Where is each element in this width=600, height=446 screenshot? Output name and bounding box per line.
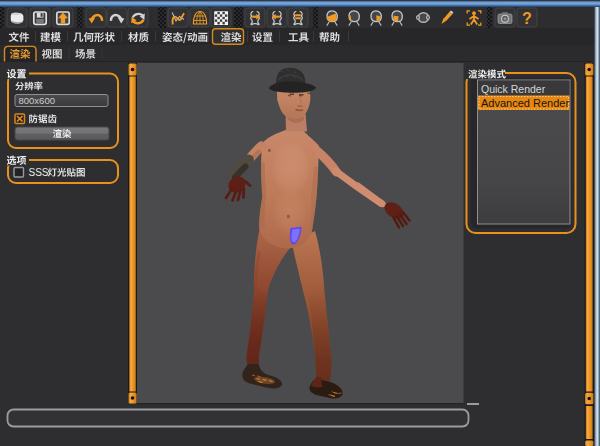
- svg-text:?: ?: [522, 10, 532, 27]
- svg-text:Advanced Render: Advanced Render: [481, 97, 569, 109]
- svg-text:SSS: SSS: [29, 167, 49, 178]
- svg-text:Quick Render: Quick Render: [481, 83, 546, 95]
- svg-text:800x600: 800x600: [19, 95, 55, 106]
